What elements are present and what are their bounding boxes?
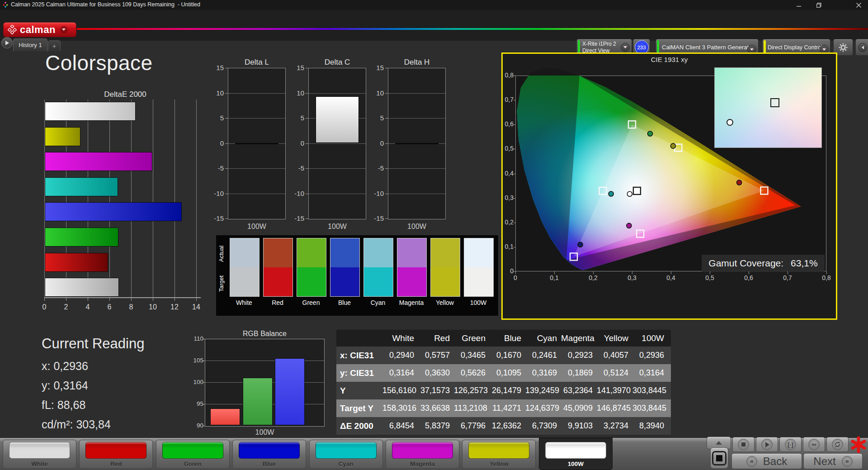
whitepoint-target-marker: [770, 98, 779, 107]
pattern-label: Yellow: [462, 461, 535, 467]
table-cell: 0,3630: [418, 368, 454, 378]
table-cell: 156,6160: [382, 386, 418, 395]
play-icon: [761, 439, 773, 450]
current-reading-title: Current Reading: [42, 336, 144, 352]
back-label: Back: [763, 455, 787, 468]
delta_l-tick: [225, 168, 228, 169]
swatch-actual: [297, 238, 326, 267]
add-tab-button[interactable]: +: [48, 40, 61, 51]
window-title: Calman 2025 Calman Ultimate for Business…: [11, 1, 200, 8]
cie-ytick-label: 0,3: [503, 194, 514, 201]
current-reading-line: fL: 88,68: [42, 399, 191, 412]
cie-xtick-label: 0,5: [703, 274, 717, 281]
cie-xtick-label: 0,4: [664, 274, 678, 281]
cie-ytick: [514, 174, 516, 174]
single-measure-button[interactable]: [·]: [779, 437, 802, 452]
table-row: Target Y158,301633,6638113,210811,427112…: [336, 399, 671, 417]
cie-ytick-label: 0,6: [503, 120, 514, 128]
delta_c-ylabel: 5: [285, 114, 304, 121]
calman-diamond-icon: [7, 25, 17, 35]
delta_l-gridline: [228, 168, 285, 169]
pattern-button-red[interactable]: Red: [79, 440, 153, 469]
deltae-axis-label: 2: [59, 303, 73, 311]
deltae-bar-blue: [45, 202, 182, 221]
table-cell: 3,2734: [597, 421, 632, 431]
close-icon[interactable]: [850, 0, 867, 10]
table-cell: 0,1869: [561, 368, 597, 378]
swatch-column-100w: [464, 238, 494, 297]
delta_l-tick: [225, 194, 228, 194]
deltae-axis-label: 10: [146, 303, 160, 311]
delta_h-ylabel: -10: [365, 190, 384, 197]
swatch-actual: [431, 238, 460, 267]
deltae-bar-yellow: [45, 127, 80, 146]
cie-measured-green: [647, 131, 652, 136]
table-cell: 0,5124: [597, 368, 632, 378]
tab-history-1[interactable]: History 1: [13, 38, 47, 51]
pattern-button-white[interactable]: White: [3, 440, 76, 469]
pattern-button-cyan[interactable]: Cyan: [309, 440, 383, 469]
measurement-table: WhiteRedGreenBlueCyanMagentaYellow100Wx:…: [336, 330, 671, 435]
table-row: ΔE 20006,84545,83796,779612,63626,73099,…: [336, 417, 671, 435]
cie-measured-blue: [578, 242, 583, 247]
delta_l-tick: [225, 68, 228, 68]
swatch-actual: [330, 238, 359, 267]
table-row-label: Target Y: [336, 404, 382, 413]
deltae-tick: [131, 298, 132, 301]
swatch-column-red: [263, 238, 293, 297]
stop-button[interactable]: [732, 437, 755, 452]
history-nav-button[interactable]: [1, 37, 13, 48]
pattern-window-button[interactable]: [710, 447, 728, 469]
pattern-button-magenta[interactable]: Magenta: [386, 440, 459, 469]
swatch-label: Green: [294, 299, 328, 306]
deltae-bar-100w: [45, 102, 136, 121]
calman-menu-button[interactable]: calman: [3, 22, 76, 37]
deltae-gridline: [131, 100, 132, 298]
pattern-button-green[interactable]: Green: [156, 440, 230, 469]
swatch-actual: [397, 238, 426, 267]
collapse-panel-button[interactable]: [855, 39, 868, 56]
table-row-label: x: CIE31: [336, 351, 382, 361]
delta_c-tick: [306, 168, 308, 169]
play-button[interactable]: [756, 437, 778, 452]
next-button[interactable]: Next »: [803, 453, 863, 469]
table-row: x: CIE310,29400,57570,34650,16700,24610,…: [336, 347, 671, 364]
table-row-label: ΔE 2000: [336, 421, 382, 431]
delta_h-tick: [385, 68, 388, 68]
swatch-label: White: [227, 299, 261, 306]
swatch-label: Magenta: [394, 299, 429, 306]
pattern-swatch: [545, 442, 606, 459]
continuous-button[interactable]: ∞: [803, 437, 825, 452]
delta_h-tick: [385, 194, 388, 194]
cie-xtick-label: 0: [508, 274, 523, 281]
gamut-coverage-label: Gamut Coverage:: [708, 258, 783, 269]
delta-h-title: Delta H: [372, 58, 462, 67]
pattern-button-yellow[interactable]: Yellow: [462, 440, 536, 469]
delta_c-plot-area: [308, 68, 366, 219]
delta_c-tick: [306, 143, 308, 144]
maximize-icon[interactable]: [810, 0, 827, 10]
back-button[interactable]: « Back: [731, 453, 802, 469]
delta_l-tick: [225, 218, 228, 219]
deltae-tick: [88, 298, 88, 301]
pattern-window-icon: [712, 451, 726, 465]
delta_c-gridline: [309, 168, 366, 169]
refresh-button[interactable]: [826, 437, 849, 452]
minimize-icon[interactable]: [790, 0, 807, 10]
delta_c-tick: [306, 218, 308, 219]
cie-xtick-label: 0,6: [741, 274, 756, 281]
pattern-button-blue[interactable]: Blue: [232, 440, 306, 469]
chevron-down-icon[interactable]: [60, 26, 68, 33]
pattern-button-100w[interactable]: 100W: [539, 438, 613, 470]
deltae-axis-label: 12: [168, 303, 181, 311]
meter-label: X-Rite i1Pro 2Direct View: [582, 41, 616, 54]
delta_l-tick: [225, 118, 228, 119]
delta_c-tick: [306, 68, 308, 68]
pattern-swatch: [239, 442, 300, 459]
delta_h-ylabel: -15: [365, 214, 384, 222]
delta_h-ylabel: -5: [365, 164, 384, 171]
delta_h-ylabel: 10: [365, 89, 384, 96]
swatch-label: Cyan: [361, 299, 395, 306]
next-chevrons-icon: »: [842, 456, 853, 467]
deltae-tick: [175, 298, 175, 301]
